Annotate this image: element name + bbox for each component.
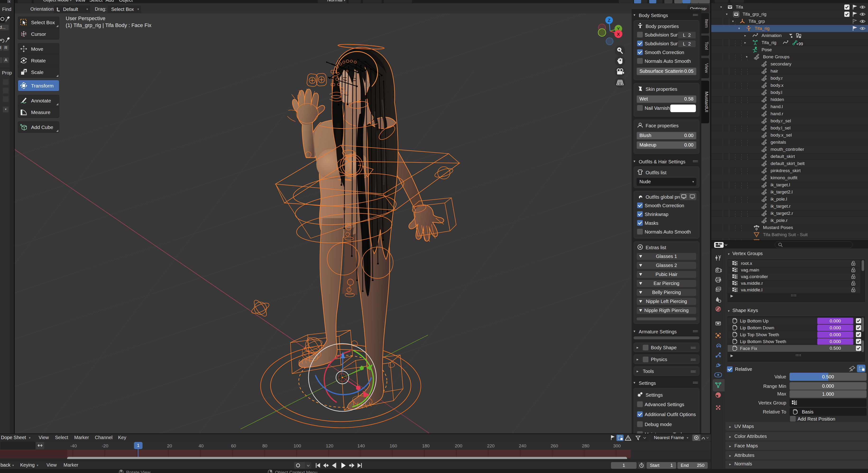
svg-text:X: X <box>617 32 620 37</box>
svg-text:Z: Z <box>608 18 611 23</box>
